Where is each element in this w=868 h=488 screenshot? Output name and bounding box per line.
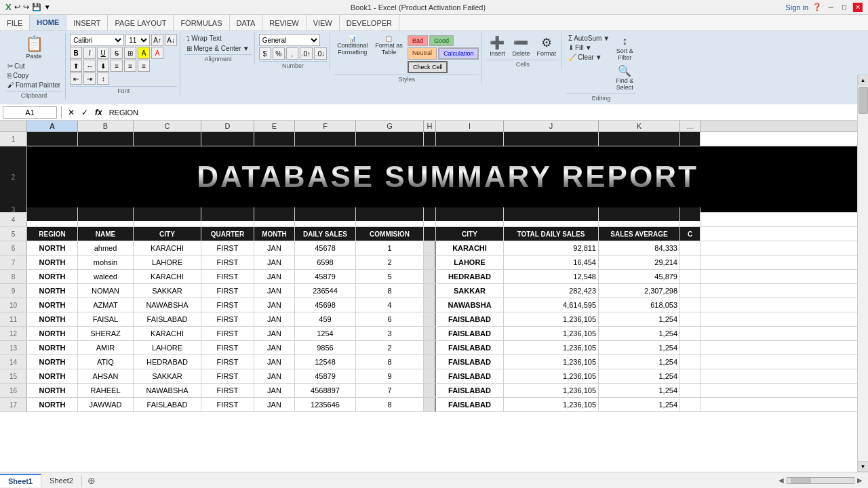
cell-city[interactable]: FAISLABAD (134, 312, 201, 326)
cell-month[interactable]: JAN (254, 284, 295, 298)
tab-page-layout[interactable]: PAGE LAYOUT (108, 15, 174, 30)
decimal-decrease-btn[interactable]: .0↓ (314, 47, 327, 60)
cell-city[interactable]: KARACHI (134, 327, 201, 340)
cell-name[interactable]: ahmed (78, 241, 134, 255)
sign-in-link[interactable]: Sign in (785, 3, 808, 12)
cell-commission[interactable]: 6 (356, 312, 424, 326)
vertical-scrollbar[interactable]: ▲ ▼ (857, 75, 868, 472)
scroll-up-arrow[interactable]: ▲ (858, 75, 869, 85)
delete-cells-button[interactable]: ➖ Delete (509, 34, 532, 58)
cell-commission[interactable]: 8 (356, 284, 424, 298)
scrollbar-thumb-v[interactable] (859, 87, 868, 114)
cell-sales-average[interactable]: 84,333 (599, 241, 680, 255)
format-painter-button[interactable]: 🖌 Format Painter (5, 81, 62, 89)
merge-dropdown-icon[interactable]: ▼ (243, 45, 250, 52)
cell-city[interactable]: HEDRABAD (134, 355, 201, 369)
cell-sales-average[interactable]: 618,053 (599, 298, 680, 312)
horizontal-scrollbar[interactable] (787, 477, 854, 484)
cell-city2[interactable]: LAHORE (436, 256, 504, 269)
cancel-formula-btn[interactable]: ✕ (66, 107, 77, 118)
close-btn[interactable]: ✕ (853, 3, 863, 12)
tab-file[interactable]: FILE (0, 15, 30, 30)
cell-city2[interactable]: KARACHI (436, 241, 504, 255)
sort-filter-button[interactable]: ↕ Sort & Filter (613, 34, 636, 62)
cell-commission[interactable]: 8 (356, 398, 424, 411)
cell-month[interactable]: JAN (254, 327, 295, 340)
tab-home[interactable]: HOME (30, 15, 66, 30)
cell-region[interactable]: NORTH (27, 384, 78, 397)
conditional-formatting-button[interactable]: 📊 Conditional Formatting (334, 34, 370, 57)
cell-month[interactable]: JAN (254, 270, 295, 283)
cell-region[interactable]: NORTH (27, 298, 78, 312)
cell-name[interactable]: FAISAL (78, 312, 134, 326)
clear-dropdown-icon[interactable]: ▼ (595, 54, 602, 61)
cell-region[interactable]: NORTH (27, 341, 78, 354)
cell-daily-sales[interactable]: 459 (295, 312, 356, 326)
align-mid-btn[interactable]: ↔ (83, 60, 96, 72)
cell-city2[interactable]: SAKKAR (436, 284, 504, 298)
style-good[interactable]: Good (429, 35, 454, 46)
cell-commission[interactable]: 9 (356, 369, 424, 383)
cell-daily-sales[interactable]: 1254 (295, 327, 356, 340)
tab-view[interactable]: VIEW (307, 15, 340, 30)
cell-name[interactable]: SHERAZ (78, 327, 134, 340)
paste-button[interactable]: 📋 Paste (5, 34, 62, 61)
strikethrough-button[interactable]: S̶ (111, 47, 123, 59)
tab-formulas[interactable]: FORMULAS (174, 15, 229, 30)
cell-name[interactable]: AHSAN (78, 369, 134, 383)
align-top-btn[interactable]: ⬆ (70, 60, 82, 72)
cell-city[interactable]: SAKKAR (134, 284, 201, 298)
quick-access-save[interactable]: 💾 (32, 3, 41, 12)
cell-city[interactable]: FAISLABAD (134, 398, 201, 411)
cell-name[interactable]: NOMAN (78, 284, 134, 298)
confirm-formula-btn[interactable]: ✓ (79, 107, 90, 118)
cell-quarter[interactable]: FIRST (201, 341, 254, 354)
quick-access-more[interactable]: ▼ (44, 3, 51, 11)
cell-total-daily-sales[interactable]: 12,548 (504, 270, 599, 283)
cell-city[interactable]: SAKKAR (134, 369, 201, 383)
cell-name[interactable]: AMIR (78, 341, 134, 354)
cell-quarter[interactable]: FIRST (201, 284, 254, 298)
cell-sales-average[interactable]: 1,254 (599, 355, 680, 369)
text-direction-btn[interactable]: ↕ (97, 73, 109, 85)
cell-sales-average[interactable]: 1,254 (599, 327, 680, 340)
copy-button[interactable]: ⎘ Copy (5, 71, 62, 80)
cell-sales-average[interactable]: 1,254 (599, 384, 680, 397)
cell-quarter[interactable]: FIRST (201, 298, 254, 312)
cell-city[interactable]: LAHORE (134, 256, 201, 269)
col-header-d[interactable]: D (201, 121, 254, 131)
cell-sales-average[interactable]: 29,214 (599, 256, 680, 269)
cell-sales-average[interactable]: 1,254 (599, 398, 680, 411)
name-box[interactable] (3, 106, 57, 119)
cell-region[interactable]: NORTH (27, 256, 78, 269)
cell-sales-average[interactable]: 45,879 (599, 270, 680, 283)
quick-access-undo[interactable]: ↩ (14, 3, 20, 12)
fill-button[interactable]: ⬇ Fill ▼ (566, 43, 612, 52)
cell-daily-sales[interactable]: 9856 (295, 341, 356, 354)
cell-name[interactable]: RAHEEL (78, 384, 134, 397)
cell-total-daily-sales[interactable]: 1,236,105 (504, 355, 599, 369)
align-left-btn[interactable]: ≡ (111, 60, 123, 72)
cell-city2[interactable]: FAISLABAD (436, 398, 504, 411)
cell-commission[interactable]: 4 (356, 298, 424, 312)
cell-quarter[interactable]: FIRST (201, 327, 254, 340)
font-size-increase-btn[interactable]: A↑ (151, 34, 163, 46)
cell-region[interactable]: NORTH (27, 355, 78, 369)
style-calculation[interactable]: Calculation (438, 47, 479, 60)
number-format-select[interactable]: General (259, 34, 320, 46)
cell-quarter[interactable]: FIRST (201, 270, 254, 283)
wrap-text-button[interactable]: ⤵ Wrap Text (184, 34, 224, 43)
autosum-dropdown-icon[interactable]: ▼ (603, 35, 610, 42)
cell-city2[interactable]: NAWABSHA (436, 298, 504, 312)
cell-region[interactable]: NORTH (27, 369, 78, 383)
cell-city[interactable]: LAHORE (134, 341, 201, 354)
cell-daily-sales[interactable]: 45678 (295, 241, 356, 255)
cell-quarter[interactable]: FIRST (201, 369, 254, 383)
cell-city[interactable]: NAWABSHA (134, 384, 201, 397)
indent-decrease-btn[interactable]: ⇤ (70, 73, 82, 85)
cell-quarter[interactable]: FIRST (201, 384, 254, 397)
autosum-button[interactable]: Σ AutoSum ▼ (566, 34, 612, 43)
cell-month[interactable]: JAN (254, 312, 295, 326)
currency-btn[interactable]: $ (259, 47, 271, 60)
cell-name[interactable]: ATIQ (78, 355, 134, 369)
